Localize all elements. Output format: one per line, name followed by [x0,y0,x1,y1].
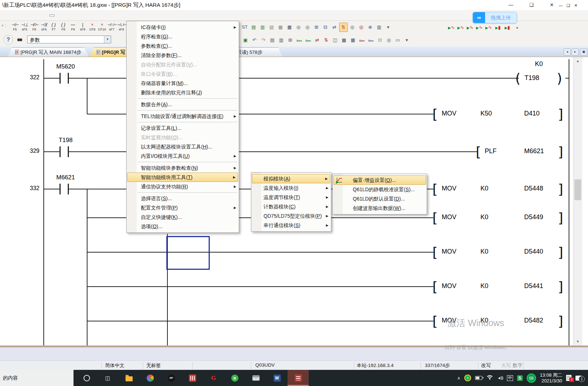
program-list-icon[interactable]: ▦ [285,23,294,32]
edit-note-icon[interactable]: ▧ [267,23,276,32]
task-view-icon[interactable]: ◫ [97,370,118,386]
device-display-icon[interactable]: ⊞ [286,36,295,45]
menu-item[interactable]: 配置文件管理(P) ▶ [127,203,239,212]
contact-symbol[interactable] [68,73,69,84]
menu-item[interactable]: 数据合并(A)... ▶ [127,100,239,109]
booster-icon[interactable]: + [464,375,471,381]
cross-reference-icon[interactable]: ▩ [340,36,348,45]
menu-bar-item[interactable] [3,14,8,17]
instruction[interactable]: MOV [442,185,456,192]
search-instruction-icon[interactable]: ◎ [303,23,312,32]
menu-bar-item[interactable] [12,14,17,17]
menu-item[interactable]: 记录设置工具(L)... ▶ [127,123,239,133]
restore-button[interactable]: ❏ [525,1,537,9]
menu-item[interactable]: 以太网适配器模块设置工具(H)... ▶ [127,142,239,151]
taskbar-search-box[interactable]: 的内容 [0,370,74,386]
menu-item[interactable]: 智能功能模块参数检查(N) ▶ [127,163,239,173]
child-restore-button[interactable]: ❏ [565,3,572,8]
menu-item[interactable]: 模拟模块(A) ▶ [252,174,330,183]
menu-bar-item[interactable] [40,14,45,17]
scroll-down-icon[interactable]: ▼ [573,338,582,345]
menu-bar-item[interactable] [59,14,64,17]
tab-scroll-right-icon[interactable]: ▸ [572,48,579,56]
operand[interactable]: K0 [480,282,488,290]
delete-row-icon[interactable]: ⊟ [321,23,330,32]
battery-percent-badge[interactable]: 58 [527,373,536,383]
operand[interactable]: K0 [480,185,488,192]
gx-works-icon[interactable] [288,370,309,386]
menu-bar-item[interactable] [68,14,73,17]
comment-display-icon[interactable]: ▥ [277,36,286,45]
contact-symbol[interactable] [60,184,61,194]
redo-icon[interactable]: ↷ [259,36,268,45]
ladder-cursor[interactable] [166,236,210,270]
tab-main-program[interactable]: [PRG]R 写入 MAIN 16874步 [8,47,89,57]
tab-list-icon[interactable]: ▣ [580,48,587,56]
operand[interactable]: K0 [480,213,488,221]
toolbar-grip-icon[interactable]: ▾⋮ [1,23,8,28]
cortana-icon[interactable] [76,370,97,386]
drag-upload-widget[interactable]: ∞ 拖拽上传 [473,12,517,23]
monitor-icon[interactable]: ◎ [348,23,357,32]
instruction[interactable]: MOV [442,110,456,117]
sampling-trace-icon[interactable]: ▶∿ [447,23,456,32]
menu-item[interactable]: 通信协议支持功能(R) ▶ [127,182,239,191]
ladder-symbol-button[interactable]: ⊣⊢ F5 [10,22,20,33]
contact-symbol[interactable] [60,146,61,157]
menu-item[interactable]: 选择语言(S)... ▶ [127,194,239,203]
menu-item[interactable]: 温度调节模块(T) ▶ [251,193,331,202]
menu-bar-item[interactable] [31,14,36,17]
offset-gain-tool-icon[interactable]: ▶▮ [503,23,512,32]
operand[interactable]: K50 [480,110,492,117]
find-combo-box[interactable]: 参数 ▼ [27,36,111,43]
chevron-down-icon[interactable]: ▼ [104,36,111,43]
menu-bar-item[interactable] [22,14,27,17]
documents-tray-icon[interactable]: 3 [566,375,572,381]
scroll-up-icon[interactable]: ▲ [573,57,582,65]
g-app-icon[interactable]: G [203,370,224,386]
trace-read-icon[interactable]: ▶∿ [475,23,484,32]
toolbar-overflow-icon[interactable]: ▾ [384,23,393,32]
write-mode-icon[interactable]: ⇅ [339,23,348,32]
operand[interactable]: D5441 [524,282,543,290]
menu-item[interactable]: 选项(O)... ▶ [127,222,239,231]
operand[interactable]: K0 [480,248,488,255]
menu-item[interactable]: 块口令设置(B)... ▶ [127,69,239,79]
battery-icon[interactable] [475,376,482,380]
screen-display-icon[interactable]: ▭ [394,36,402,45]
menu-item[interactable]: Q61LD的默认设置(D)... ▶ [333,194,427,203]
ladder-symbol-button[interactable]: ⊣⊻ sF6 [39,22,49,33]
trace-overflow-icon[interactable]: ▾ [516,26,518,30]
device-test-icon[interactable]: ▥ [375,23,384,32]
red-dict-app-icon[interactable] [182,370,203,386]
menu-item[interactable]: 自动分配软元件设置(V)... ▶ [127,60,239,69]
operand[interactable]: D5440 [524,248,543,255]
edit-statement-icon[interactable]: ▥ [259,23,267,32]
ladder-symbol-button[interactable]: × CF10 [98,22,107,33]
instruction[interactable]: MOV [442,248,456,255]
menu-item[interactable]: 创建波形输出数据(W)... ▶ [333,203,427,213]
trace-start-icon[interactable]: ▶∿ [465,23,475,32]
menu-item[interactable]: TEL功能设置/通过调制解调器连接(E) ▶ [127,112,239,121]
operand[interactable]: D5449 [524,213,543,221]
toolbar2-overflow-icon[interactable]: ▾ [403,36,411,45]
menu-item[interactable]: 内置I/O模块用工具(U) ▶ [127,151,239,161]
zoom-icon[interactable]: ⊕ [366,23,375,32]
ladder-symbol-button[interactable]: — F9 [68,22,78,33]
volume-icon[interactable]: ◄))) [497,376,503,380]
contact-symbol[interactable] [60,73,61,84]
instruction[interactable]: MOV [442,213,456,221]
taskbar-clock[interactable]: 13:08 周二 2021/3/30 [540,372,562,384]
instruction[interactable]: MOV [442,282,456,290]
search-device-icon[interactable]: ◎ [294,23,303,32]
ladder-symbol-button[interactable]: | sF9 [78,22,87,33]
menu-item[interactable]: 存储器容量计算(M)... ▶ [127,79,239,88]
menu-item[interactable]: 串行通信模块(S) ▶ [251,221,331,230]
watch-window-icon[interactable]: ◫ [331,36,340,45]
menu-item[interactable]: IC存储卡(I) ▶ [127,23,239,32]
menu-item[interactable]: 温度输入模块(I) ▶ [251,183,331,193]
menu-item[interactable]: 自定义快捷键(K)... ▶ [127,212,239,222]
menu-item[interactable]: 实时监视功能(Q)... ▶ [127,133,239,142]
contact-symbol[interactable] [68,146,69,157]
menu-item[interactable]: 智能功能模块用工具(T) ▶ [127,173,238,182]
